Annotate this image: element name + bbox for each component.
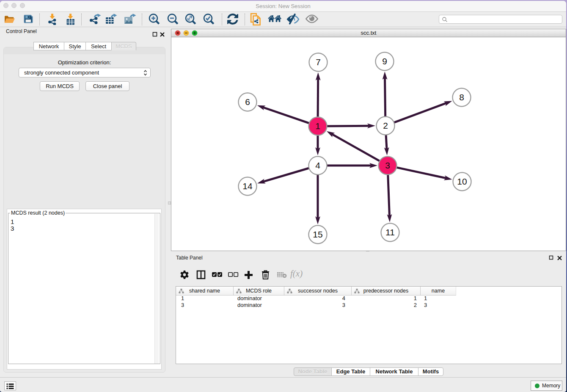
svg-text:4: 4 [315,160,320,170]
svg-text:14: 14 [242,181,253,191]
svg-text:8: 8 [459,92,464,102]
svg-text:9: 9 [382,56,387,66]
svg-text:15: 15 [313,229,322,239]
svg-text:1: 1 [315,121,320,131]
svg-text:11: 11 [385,227,395,237]
svg-text:6: 6 [245,97,250,107]
svg-text:7: 7 [316,57,321,67]
svg-text:10: 10 [457,177,467,186]
svg-text:3: 3 [385,160,390,170]
svg-text:2: 2 [383,121,388,130]
